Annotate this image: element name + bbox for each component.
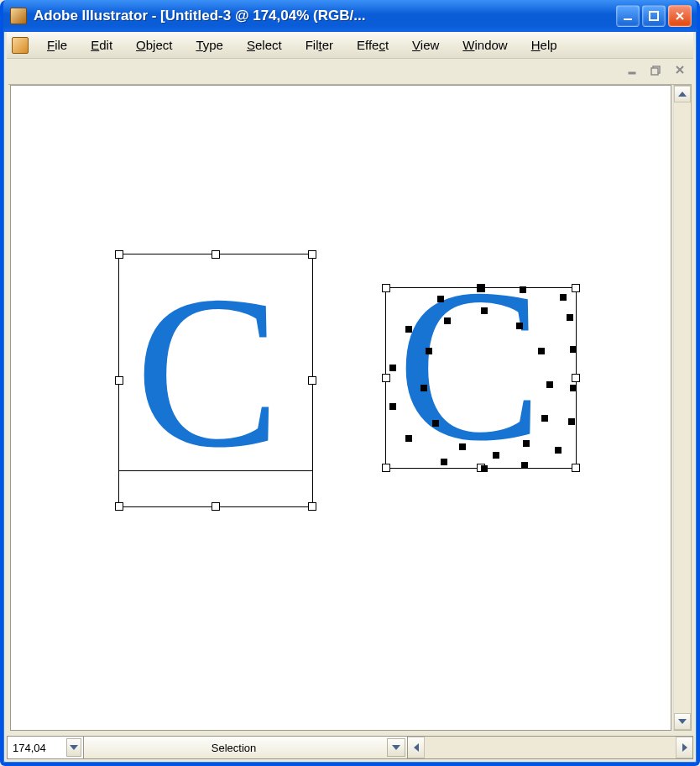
- selection-handle[interactable]: [382, 284, 390, 292]
- anchor-point[interactable]: [481, 307, 488, 314]
- menu-item-type[interactable]: Type: [184, 35, 235, 55]
- zoom-field[interactable]: 174,04: [7, 736, 84, 759]
- app-icon: [10, 8, 27, 24]
- minimize-icon: [627, 64, 639, 76]
- anchor-point[interactable]: [389, 403, 396, 410]
- selection-handle[interactable]: [382, 464, 390, 472]
- titlebar[interactable]: Adobe Illustrator - [Untitled-3 @ 174,04…: [3, 0, 697, 32]
- svg-rect-4: [651, 68, 658, 75]
- document-restore-button[interactable]: [645, 60, 668, 79]
- menu-item-effet[interactable]: Effect: [345, 35, 400, 55]
- chevron-up-icon: [678, 92, 687, 97]
- menu-item-filer[interactable]: Filter: [294, 35, 345, 55]
- menu-item-window[interactable]: Window: [451, 35, 519, 55]
- window-controls: [616, 5, 692, 27]
- zoom-value: 174,04: [13, 742, 46, 754]
- anchor-point[interactable]: [444, 317, 451, 324]
- horizontal-scrollbar[interactable]: [408, 736, 693, 759]
- anchor-point[interactable]: [478, 285, 484, 291]
- selection-handle[interactable]: [382, 374, 390, 382]
- anchor-point[interactable]: [432, 420, 439, 427]
- anchor-point[interactable]: [516, 323, 523, 329]
- menu-item-edit[interactable]: Edit: [79, 35, 124, 55]
- selection-handle[interactable]: [308, 376, 316, 385]
- anchor-point[interactable]: [570, 385, 577, 391]
- close-icon: [674, 64, 686, 76]
- document-close-button[interactable]: [668, 60, 692, 79]
- selection-handle[interactable]: [572, 284, 580, 292]
- selection-handle[interactable]: [572, 464, 580, 472]
- zoom-dropdown-button[interactable]: [66, 738, 81, 757]
- text-baseline: [118, 470, 313, 471]
- selection-bbox-right[interactable]: [385, 287, 577, 469]
- menubar: FileEditObjectTypeSelectFilterEffectView…: [7, 32, 693, 59]
- selection-handle[interactable]: [115, 250, 123, 259]
- selection-handle[interactable]: [212, 502, 220, 511]
- anchor-point[interactable]: [538, 348, 545, 354]
- maximize-button[interactable]: [642, 5, 666, 27]
- anchor-point[interactable]: [520, 286, 526, 293]
- anchor-point[interactable]: [568, 418, 575, 425]
- restore-icon: [650, 64, 662, 76]
- scroll-down-button[interactable]: [674, 713, 691, 730]
- tool-dropdown-button[interactable]: [387, 738, 405, 757]
- document-window-controls: [621, 59, 692, 81]
- selection-handle[interactable]: [308, 502, 316, 511]
- menu-item-select[interactable]: Select: [235, 35, 294, 55]
- window-title: Adobe Illustrator - [Untitled-3 @ 174,04…: [34, 8, 616, 24]
- anchor-point[interactable]: [441, 459, 447, 465]
- selection-handle[interactable]: [572, 374, 580, 382]
- chevron-right-icon: [682, 743, 687, 752]
- scroll-up-button[interactable]: [674, 86, 691, 102]
- chevron-down-icon: [678, 719, 687, 724]
- scroll-left-button[interactable]: [408, 737, 425, 758]
- svg-rect-0: [624, 18, 632, 20]
- anchor-point[interactable]: [437, 296, 444, 302]
- svg-rect-2: [629, 72, 635, 74]
- selection-bbox-left[interactable]: [118, 254, 313, 507]
- minimize-icon: [623, 11, 633, 21]
- menu-item-object[interactable]: Object: [124, 35, 184, 55]
- menu-item-view[interactable]: View: [400, 35, 451, 55]
- close-icon: [675, 11, 685, 21]
- selection-handle[interactable]: [212, 250, 220, 259]
- chevron-down-icon: [392, 745, 400, 750]
- anchor-point[interactable]: [567, 314, 573, 321]
- minimize-button[interactable]: [616, 5, 640, 27]
- anchor-point[interactable]: [521, 462, 528, 469]
- anchor-point[interactable]: [405, 435, 412, 442]
- canvas[interactable]: CC: [10, 85, 671, 731]
- maximize-icon: [649, 11, 659, 21]
- anchor-point[interactable]: [459, 443, 466, 450]
- selection-handle[interactable]: [308, 250, 316, 259]
- anchor-point[interactable]: [421, 385, 427, 391]
- anchor-point[interactable]: [523, 440, 530, 447]
- app-small-icon: [12, 37, 29, 54]
- chevron-left-icon: [414, 743, 419, 752]
- anchor-point[interactable]: [546, 381, 553, 388]
- menu-item-file[interactable]: File: [35, 35, 79, 55]
- anchor-point[interactable]: [555, 447, 562, 454]
- anchor-point[interactable]: [493, 452, 499, 459]
- anchor-point[interactable]: [426, 348, 432, 354]
- document-minimize-button[interactable]: [621, 60, 645, 79]
- anchor-point[interactable]: [570, 346, 577, 353]
- close-button[interactable]: [668, 5, 692, 27]
- statusbar: 174,04 Selection: [7, 736, 693, 759]
- current-tool-display[interactable]: Selection: [84, 736, 408, 759]
- anchor-point[interactable]: [541, 415, 548, 422]
- document-frame: CC: [8, 84, 692, 732]
- selection-handle[interactable]: [115, 376, 123, 385]
- anchor-point[interactable]: [389, 365, 396, 371]
- anchor-point[interactable]: [481, 465, 488, 472]
- anchor-point[interactable]: [560, 294, 567, 301]
- scroll-right-button[interactable]: [676, 737, 692, 758]
- menu-item-help[interactable]: Help: [520, 35, 569, 55]
- selection-handle[interactable]: [115, 502, 123, 511]
- tool-name: Selection: [212, 742, 256, 754]
- vertical-scrollbar[interactable]: [673, 85, 692, 731]
- chevron-down-icon: [70, 745, 78, 750]
- anchor-point[interactable]: [405, 326, 412, 333]
- svg-rect-1: [650, 12, 658, 20]
- app-window: Adobe Illustrator - [Untitled-3 @ 174,04…: [0, 0, 700, 766]
